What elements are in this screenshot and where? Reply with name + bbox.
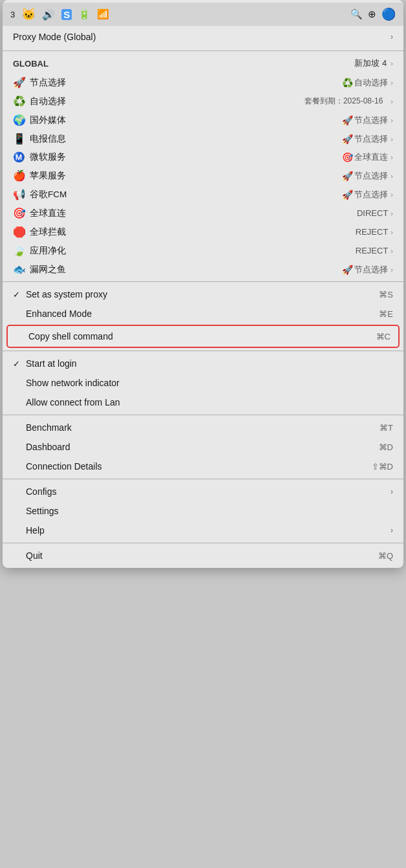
- dashboard-item[interactable]: Dashboard ⌘D: [3, 437, 403, 457]
- rule-value-0: 自动选择: [354, 77, 388, 89]
- rule-icon-4: Ⓜ️: [13, 151, 27, 163]
- rule-name-2: 国外媒体: [30, 114, 342, 126]
- start-at-login-check: ✓: [13, 359, 26, 369]
- rule-item-9[interactable]: 🍃 应用净化 REJECT ›: [3, 241, 403, 260]
- rule-value-7: DIRECT: [357, 208, 388, 218]
- allow-connect-lan-item[interactable]: Allow connect from Lan: [3, 393, 403, 412]
- rule-value-icon-2: 🚀: [342, 115, 353, 125]
- rule-name-8: 全球拦截: [30, 226, 356, 238]
- show-network-indicator-item[interactable]: Show network indicator: [3, 373, 403, 393]
- rule-name-1: 自动选择: [30, 96, 304, 107]
- help-label: Help: [26, 525, 385, 536]
- rule-item-1[interactable]: ♻️ 自动选择 套餐到期：2025-08-16 ›: [3, 92, 403, 111]
- rule-arrow-3: ›: [390, 135, 393, 143]
- copy-shell-label: Copy shell command: [28, 331, 366, 342]
- quit-label: Quit: [26, 550, 368, 561]
- connection-details-shortcut: ⇧⌘D: [372, 462, 393, 472]
- rule-extra-1: 套餐到期：2025-08-16: [304, 96, 383, 107]
- rule-arrow-9: ›: [390, 247, 393, 255]
- rule-arrow-8: ›: [390, 228, 393, 236]
- settings-item[interactable]: Settings: [3, 501, 403, 521]
- global-value: 新加坡 4: [354, 58, 387, 69]
- rule-item-0[interactable]: 🚀 节点选择 ♻️ 自动选择 ›: [3, 73, 403, 92]
- rule-name-9: 应用净化: [30, 245, 356, 257]
- rule-value-3: 节点选择: [354, 133, 388, 145]
- help-arrow: ›: [390, 526, 393, 535]
- rule-value-icon-4: 🎯: [342, 152, 353, 162]
- global-header: GLOBAL 新加坡 4 ›: [3, 54, 403, 73]
- rule-name-10: 漏网之鱼: [30, 264, 342, 276]
- configs-arrow: ›: [390, 487, 393, 496]
- rule-item-2[interactable]: 🌍 国外媒体 🚀 节点选择 ›: [3, 111, 403, 129]
- proxy-mode-item[interactable]: Proxy Mode (Global) ›: [3, 26, 403, 48]
- rule-item-10[interactable]: 🐟 漏网之鱼 🚀 节点选择 ›: [3, 260, 403, 279]
- divider-3: [3, 351, 403, 351]
- configs-item[interactable]: Configs ›: [3, 482, 403, 501]
- benchmark-item[interactable]: Benchmark ⌘T: [3, 418, 403, 437]
- start-at-login-item[interactable]: ✓ Start at login: [3, 354, 403, 373]
- rule-value-icon-10: 🚀: [342, 265, 353, 275]
- rule-arrow-0: ›: [390, 79, 393, 87]
- rule-value-icon-5: 🚀: [342, 171, 353, 181]
- rule-icon-2: 🌍: [13, 114, 27, 126]
- set-system-proxy-item[interactable]: ✓ Set as system proxy ⌘S: [3, 285, 403, 304]
- rule-item-5[interactable]: 🍎 苹果服务 🚀 节点选择 ›: [3, 166, 403, 185]
- rule-item-4[interactable]: Ⓜ️ 微软服务 🎯 全球直连 ›: [3, 148, 403, 166]
- start-at-login-label: Start at login: [26, 358, 393, 369]
- rule-icon-3: 📱: [13, 133, 27, 145]
- rule-item-3[interactable]: 📱 电报信息 🚀 节点选择 ›: [3, 129, 403, 148]
- rule-value-6: 节点选择: [354, 189, 388, 201]
- set-system-proxy-label: Set as system proxy: [26, 289, 369, 299]
- connection-details-label: Connection Details: [26, 461, 361, 472]
- global-title: GLOBAL: [13, 59, 354, 69]
- battery-icon: 🔋: [78, 8, 91, 20]
- dashboard-shortcut: ⌘D: [379, 442, 393, 452]
- volume-icon: 🔊: [42, 8, 55, 21]
- connection-details-item[interactable]: Connection Details ⇧⌘D: [3, 457, 403, 476]
- copy-shell-shortcut: ⌘C: [376, 332, 390, 342]
- rule-arrow-5: ›: [390, 172, 393, 180]
- show-network-label: Show network indicator: [26, 378, 393, 388]
- allow-connect-label: Allow connect from Lan: [26, 397, 393, 407]
- global-arrow: ›: [390, 60, 393, 67]
- help-item[interactable]: Help ›: [3, 521, 403, 540]
- quit-shortcut: ⌘Q: [378, 551, 393, 561]
- settings-label: Settings: [26, 506, 393, 516]
- rule-icon-7: 🎯: [13, 207, 27, 219]
- rule-icon-0: 🚀: [13, 76, 27, 89]
- control-center-icon[interactable]: ⊕: [368, 8, 376, 20]
- top-bar-right: 🔍 ⊕ 🔵: [350, 7, 396, 21]
- rule-item-8[interactable]: 🛑 全球拦截 REJECT ›: [3, 222, 403, 241]
- quit-item[interactable]: Quit ⌘Q: [3, 546, 403, 565]
- enhanced-mode-shortcut: ⌘E: [379, 309, 393, 319]
- dashboard-label: Dashboard: [26, 442, 369, 452]
- rule-name-3: 电报信息: [30, 133, 342, 145]
- rule-arrow-2: ›: [390, 116, 393, 124]
- menu-container: 3 🐱 🔊 S 🔋 📶 🔍 ⊕ 🔵 Proxy Mode (Global) › …: [3, 0, 403, 568]
- set-system-proxy-check: ✓: [13, 290, 26, 299]
- siri-icon[interactable]: 🔵: [381, 7, 396, 21]
- rule-value-5: 节点选择: [354, 170, 388, 182]
- enhanced-mode-label: Enhanced Mode: [26, 309, 369, 319]
- rule-value-icon-0: ♻️: [342, 78, 353, 88]
- rule-icon-6: 📢: [13, 188, 27, 201]
- rule-item-6[interactable]: 📢 谷歌FCM 🚀 节点选择 ›: [3, 185, 403, 204]
- proxy-mode-arrow: ›: [390, 32, 393, 41]
- enhanced-mode-item[interactable]: Enhanced Mode ⌘E: [3, 304, 403, 323]
- copy-shell-command-item[interactable]: Copy shell command ⌘C: [6, 325, 400, 348]
- rule-icon-8: 🛑: [13, 226, 27, 238]
- divider-2: [3, 281, 403, 282]
- proxy-mode-label: Proxy Mode (Global): [13, 32, 385, 42]
- rule-item-7[interactable]: 🎯 全球直连 DIRECT ›: [3, 204, 403, 222]
- set-system-proxy-shortcut: ⌘S: [379, 290, 393, 299]
- rule-value-10: 节点选择: [354, 264, 388, 276]
- rule-icon-9: 🍃: [13, 244, 27, 257]
- search-icon[interactable]: 🔍: [350, 8, 363, 20]
- rule-value-icon-3: 🚀: [342, 134, 353, 144]
- top-bar-left: 3 🐱 🔊 S 🔋 📶: [10, 7, 109, 21]
- rule-arrow-4: ›: [390, 153, 393, 161]
- cat-icon: 🐱: [21, 7, 36, 21]
- divider-4: [3, 415, 403, 415]
- rule-value-icon-6: 🚀: [342, 190, 353, 200]
- rule-name-7: 全球直连: [30, 208, 357, 219]
